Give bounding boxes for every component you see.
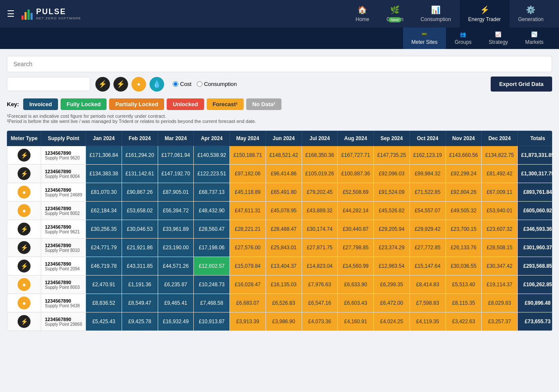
may-cell[interactable]: £28,221.21: [230, 220, 266, 239]
nov-cell[interactable]: £30,036.55: [446, 257, 482, 276]
jul-cell[interactable]: £43,889.32: [302, 202, 338, 220]
aug-cell[interactable]: £27,798.85: [338, 239, 374, 257]
jun-cell[interactable]: £16,135.03: [266, 276, 302, 294]
filter-electric-icon[interactable]: ⚡: [95, 77, 110, 92]
mar-cell[interactable]: £16,932.49: [158, 312, 194, 331]
aug-cell[interactable]: £44,282.14: [338, 202, 374, 220]
subnav-strategy[interactable]: 📈 Strategy: [480, 28, 517, 49]
apr-cell[interactable]: £122,223.51: [194, 165, 230, 183]
jul-cell[interactable]: £27,871.75: [302, 239, 338, 257]
sep-cell[interactable]: £45,526.82: [374, 202, 410, 220]
dec-cell[interactable]: £30,347.42: [482, 257, 518, 276]
jul-cell[interactable]: £168,350.36: [302, 146, 338, 165]
apr-cell[interactable]: £10,913.87: [194, 312, 230, 331]
mar-cell[interactable]: £177,061.94: [158, 146, 194, 165]
may-cell[interactable]: £3,913.39: [230, 312, 266, 331]
may-cell[interactable]: £6,683.07: [230, 294, 266, 312]
feb-cell[interactable]: £161,294.20: [122, 146, 158, 165]
cost-radio-input[interactable]: [173, 81, 178, 87]
aug-cell[interactable]: £100,887.36: [338, 165, 374, 183]
filter-electric2-icon[interactable]: ⚡: [113, 77, 128, 92]
jul-cell[interactable]: £105,019.26: [302, 165, 338, 183]
sep-cell[interactable]: £29,205.94: [374, 220, 410, 239]
feb-cell[interactable]: £90,867.26: [122, 183, 158, 202]
apr-cell[interactable]: £140,538.92: [194, 146, 230, 165]
jun-cell[interactable]: £6,526.83: [266, 294, 302, 312]
may-cell[interactable]: £150,188.71: [230, 146, 266, 165]
feb-cell[interactable]: £43,311.85: [122, 257, 158, 276]
sep-cell[interactable]: £6,299.35: [374, 276, 410, 294]
may-cell[interactable]: £97,182.06: [230, 165, 266, 183]
mar-cell[interactable]: £9,465.41: [158, 294, 194, 312]
jan-cell[interactable]: £171,306.84: [86, 146, 122, 165]
oct-cell[interactable]: £4,119.35: [409, 312, 446, 331]
date-picker-input[interactable]: January 2024: [7, 77, 90, 91]
oct-cell[interactable]: £162,123.19: [409, 146, 446, 165]
apr-cell[interactable]: £12,602.57: [194, 257, 230, 276]
dec-cell[interactable]: £23,607.32: [482, 220, 518, 239]
aug-cell[interactable]: £30,440.87: [338, 220, 374, 239]
search-input[interactable]: [7, 56, 552, 72]
jan-cell[interactable]: £24,771.79: [86, 239, 122, 257]
nav-item-generation[interactable]: ⚙️ Generation: [510, 0, 552, 28]
nov-cell[interactable]: £3,422.63: [446, 312, 482, 331]
mar-cell[interactable]: £33,961.89: [158, 220, 194, 239]
aug-cell[interactable]: £14,560.99: [338, 257, 374, 276]
oct-cell[interactable]: £15,147.64: [409, 257, 446, 276]
jan-cell[interactable]: £81,070.30: [86, 183, 122, 202]
jun-cell[interactable]: £13,404.37: [266, 257, 302, 276]
feb-cell[interactable]: £9,425.78: [122, 312, 158, 331]
apr-cell[interactable]: £48,432.90: [194, 202, 230, 220]
may-cell[interactable]: £16,028.47: [230, 276, 266, 294]
jun-cell[interactable]: £148,521.42: [266, 146, 302, 165]
jul-cell[interactable]: £14,823.04: [302, 257, 338, 276]
cost-radio-label[interactable]: Cost: [173, 81, 192, 87]
feb-cell[interactable]: £8,549.47: [122, 294, 158, 312]
nov-cell[interactable]: £92,299.24: [446, 165, 482, 183]
nav-item-home[interactable]: 🏠 Home: [347, 0, 378, 28]
aug-cell[interactable]: £6,633.90: [338, 276, 374, 294]
nov-cell[interactable]: £8,115.35: [446, 294, 482, 312]
menu-hamburger-icon[interactable]: ☰: [7, 9, 15, 19]
dec-cell[interactable]: £8,029.83: [482, 294, 518, 312]
export-grid-button[interactable]: Export Grid Data: [491, 77, 552, 92]
filter-gas-icon[interactable]: ●: [131, 77, 146, 92]
jan-cell[interactable]: £62,184.34: [86, 202, 122, 220]
sep-cell[interactable]: £91,524.09: [374, 183, 410, 202]
feb-cell[interactable]: £21,921.86: [122, 239, 158, 257]
subnav-meter-sites[interactable]: 📟 Meter Sites: [403, 28, 446, 49]
aug-cell[interactable]: £6,603.43: [338, 294, 374, 312]
jul-cell[interactable]: £30,174.74: [302, 220, 338, 239]
apr-cell[interactable]: £7,468.58: [194, 294, 230, 312]
may-cell[interactable]: £15,079.84: [230, 257, 266, 276]
jan-cell[interactable]: £134,383.38: [86, 165, 122, 183]
jun-cell[interactable]: £28,488.47: [266, 220, 302, 239]
nav-item-energy-trader[interactable]: ⚡ Energy Trader: [460, 0, 510, 28]
nov-cell[interactable]: £23,700.15: [446, 220, 482, 239]
nov-cell[interactable]: £92,804.26: [446, 183, 482, 202]
sep-cell[interactable]: £12,963.54: [374, 257, 410, 276]
nav-item-consumption[interactable]: 📊 Consumption: [412, 0, 460, 28]
mar-cell[interactable]: £23,190.00: [158, 239, 194, 257]
dec-cell[interactable]: £28,508.15: [482, 239, 518, 257]
nov-cell[interactable]: £49,505.32: [446, 202, 482, 220]
may-cell[interactable]: £27,576.00: [230, 239, 266, 257]
feb-cell[interactable]: £131,142.61: [122, 165, 158, 183]
consumption-radio-input[interactable]: [197, 81, 202, 87]
feb-cell[interactable]: £53,658.02: [122, 202, 158, 220]
aug-cell[interactable]: £4,160.91: [338, 312, 374, 331]
jan-cell[interactable]: £5,425.43: [86, 312, 122, 331]
jun-cell[interactable]: £96,414.86: [266, 165, 302, 183]
may-cell[interactable]: £47,611.31: [230, 202, 266, 220]
sep-cell[interactable]: £23,374.29: [374, 239, 410, 257]
oct-cell[interactable]: £29,929.42: [409, 220, 446, 239]
apr-cell[interactable]: £17,198.06: [194, 239, 230, 257]
mar-cell[interactable]: £87,905.01: [158, 183, 194, 202]
mar-cell[interactable]: £56,394.72: [158, 202, 194, 220]
dec-cell[interactable]: £67,009.11: [482, 183, 518, 202]
dec-cell[interactable]: £134,822.75: [482, 146, 518, 165]
subnav-groups[interactable]: 👥 Groups: [446, 28, 480, 49]
oct-cell[interactable]: £54,557.07: [409, 202, 446, 220]
oct-cell[interactable]: £71,522.85: [409, 183, 446, 202]
dec-cell[interactable]: £3,257.37: [482, 312, 518, 331]
